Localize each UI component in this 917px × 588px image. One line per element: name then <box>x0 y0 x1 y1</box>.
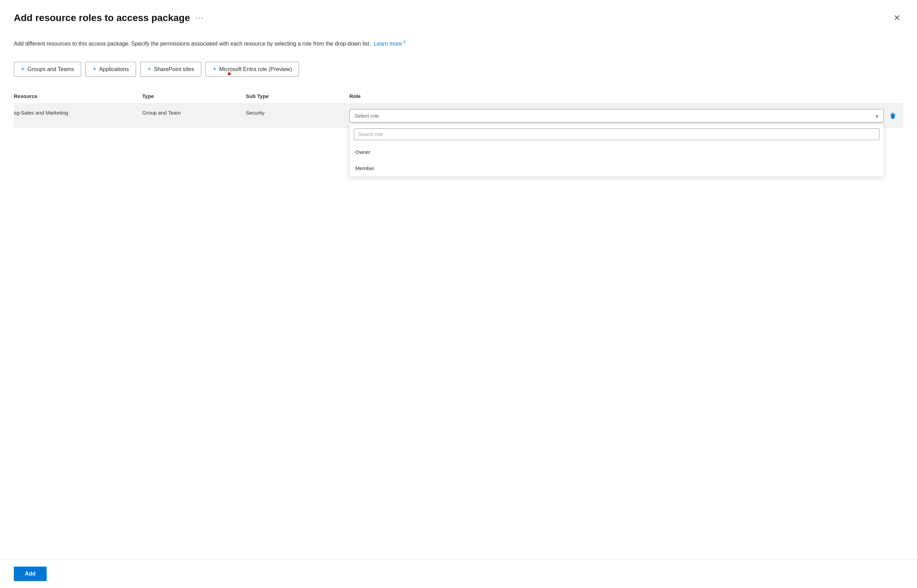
col-header-role: Role <box>345 93 903 99</box>
footer: Add <box>0 559 917 588</box>
search-role-input[interactable] <box>354 128 879 140</box>
col-header-resource: Resource <box>14 93 138 99</box>
tab-groups-and-teams[interactable]: + Groups and Teams <box>14 62 81 77</box>
tab-groups-and-teams-label: Groups and Teams <box>27 66 74 73</box>
plus-icon: + <box>213 66 217 73</box>
tab-microsoft-entra-role[interactable]: + Microsoft Entra role (Preview) <box>205 62 299 77</box>
select-role-button[interactable]: Select role ∨ <box>349 109 884 123</box>
cell-sub-type: Security <box>242 109 345 117</box>
dialog-title-area: Add resource roles to access package ··· <box>14 13 204 23</box>
role-option-member[interactable]: Member <box>350 160 883 177</box>
description-text: Add different resources to this access p… <box>14 41 371 47</box>
table-row: sg-Sales and Marketing Group and Team Se… <box>14 103 903 128</box>
add-button[interactable]: Add <box>14 567 47 581</box>
cell-resource: sg-Sales and Marketing <box>14 109 138 117</box>
cell-type: Group and Team <box>138 109 242 117</box>
dialog-title: Add resource roles to access package <box>14 13 190 23</box>
trash-icon <box>890 113 896 120</box>
dialog-header: Add resource roles to access package ···… <box>14 11 903 25</box>
red-dot-indicator <box>228 73 231 75</box>
select-role-placeholder: Select role <box>354 113 379 119</box>
dialog: Add resource roles to access package ···… <box>0 0 917 588</box>
chevron-down-icon: ∨ <box>875 113 879 119</box>
close-button[interactable]: ✕ <box>891 11 903 25</box>
table-header: Resource Type Sub Type Role <box>14 90 903 103</box>
tab-applications-label: Applications <box>99 66 129 73</box>
tab-buttons: + Groups and Teams + Applications + Shar… <box>14 62 903 77</box>
plus-icon: + <box>147 66 151 73</box>
plus-icon: + <box>92 66 96 73</box>
external-link-icon: ↗ <box>402 39 406 45</box>
role-option-owner[interactable]: Owner <box>350 144 883 160</box>
description: Add different resources to this access p… <box>14 39 903 48</box>
cell-role: Select role ∨ Owner Member <box>345 109 903 123</box>
table-area: Resource Type Sub Type Role sg-Sales and… <box>14 90 903 574</box>
tab-microsoft-entra-role-label: Microsoft Entra role (Preview) <box>219 66 292 73</box>
col-header-sub-type: Sub Type <box>242 93 345 99</box>
more-options-icon[interactable]: ··· <box>196 13 204 23</box>
tab-applications[interactable]: + Applications <box>85 62 136 77</box>
delete-row-button[interactable] <box>886 110 899 122</box>
role-dropdown-menu: Owner Member <box>349 124 884 177</box>
role-select-wrapper: Select role ∨ Owner Member <box>349 109 884 123</box>
learn-more-link[interactable]: Learn more↗ <box>374 41 406 47</box>
plus-icon: + <box>21 66 25 73</box>
col-header-type: Type <box>138 93 242 99</box>
tab-sharepoint-sites[interactable]: + SharePoint sites <box>140 62 201 77</box>
tab-sharepoint-sites-label: SharePoint sites <box>154 66 194 73</box>
